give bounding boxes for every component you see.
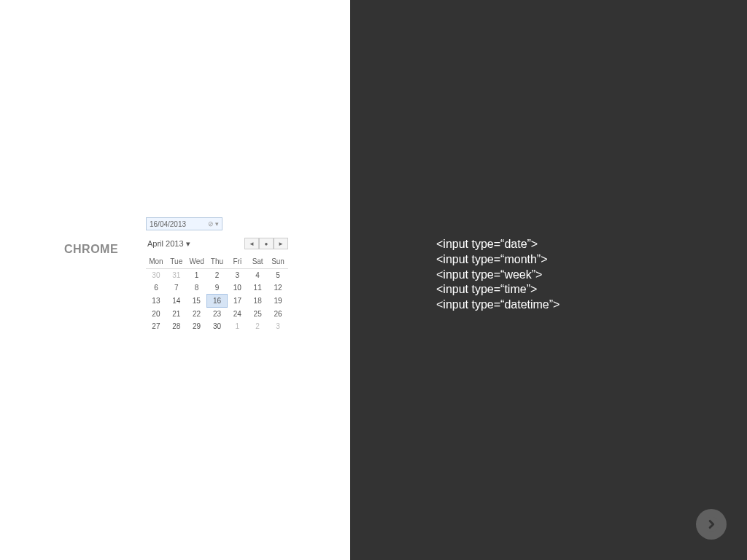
date-input-controls: ⊘ ▾ (208, 220, 219, 228)
calendar-weekday: Sat (247, 255, 268, 269)
left-panel: CHROME 16/04/2013 ⊘ ▾ April 2013 ▾ ◄ ● ►… (0, 0, 350, 560)
calendar-row: 6789101112 (146, 281, 288, 295)
calendar-day[interactable]: 26 (268, 308, 288, 321)
calendar-day[interactable]: 15 (187, 295, 207, 308)
calendar-day[interactable]: 20 (146, 308, 166, 321)
calendar-day[interactable]: 3 (268, 320, 288, 332)
date-picker-widget: 16/04/2013 ⊘ ▾ April 2013 ▾ ◄ ● ► MonTue… (146, 217, 288, 332)
calendar-day[interactable]: 2 (247, 320, 268, 332)
date-input-value: 16/04/2013 (150, 220, 208, 228)
calendar-day[interactable]: 1 (187, 269, 207, 282)
calendar-day[interactable]: 25 (247, 308, 268, 321)
calendar-day[interactable]: 21 (166, 308, 187, 321)
calendar-day[interactable]: 11 (247, 281, 268, 295)
calendar-day[interactable]: 19 (268, 295, 288, 308)
calendar-day[interactable]: 24 (227, 308, 247, 321)
calendar-today-button[interactable]: ● (259, 238, 274, 249)
calendar-weekday-row: MonTueWedThuFriSatSun (146, 255, 288, 269)
calendar-day[interactable]: 1 (227, 320, 247, 332)
calendar-weekday: Thu (207, 255, 228, 269)
right-panel: <input type=“date”> <input type=“month”>… (350, 0, 747, 560)
calendar-grid: MonTueWedThuFriSatSun 303112345678910111… (146, 255, 288, 332)
calendar-day[interactable]: 6 (146, 281, 166, 295)
calendar-day[interactable]: 9 (207, 281, 228, 295)
calendar-day[interactable]: 8 (187, 281, 207, 295)
calendar-day[interactable]: 18 (247, 295, 268, 308)
calendar-next-button[interactable]: ► (274, 238, 288, 249)
calendar-day[interactable]: 29 (187, 320, 207, 332)
calendar-day[interactable]: 5 (268, 269, 288, 282)
calendar-month-label[interactable]: April 2013 ▾ (146, 239, 244, 249)
calendar-day[interactable]: 17 (227, 295, 247, 308)
calendar-day[interactable]: 31 (166, 269, 187, 282)
calendar-day[interactable]: 13 (146, 295, 166, 308)
calendar-day[interactable]: 12 (268, 281, 288, 295)
calendar-header: April 2013 ▾ ◄ ● ► (146, 238, 288, 249)
calendar-day[interactable]: 30 (146, 269, 166, 282)
next-slide-button[interactable] (696, 509, 727, 540)
calendar-day[interactable]: 30 (207, 320, 228, 332)
calendar-day[interactable]: 14 (166, 295, 187, 308)
calendar-day[interactable]: 4 (247, 269, 268, 282)
calendar-day[interactable]: 23 (207, 308, 228, 321)
calendar-day[interactable]: 28 (166, 320, 187, 332)
dropdown-icon[interactable]: ▾ (215, 220, 219, 228)
calendar-weekday: Sun (268, 255, 288, 269)
calendar-nav: ◄ ● ► (244, 238, 288, 249)
calendar-day[interactable]: 22 (187, 308, 207, 321)
calendar-day[interactable]: 7 (166, 281, 187, 295)
calendar-weekday: Tue (166, 255, 187, 269)
calendar-weekday: Fri (227, 255, 247, 269)
calendar-row: 20212223242526 (146, 308, 288, 321)
calendar-day[interactable]: 27 (146, 320, 166, 332)
calendar-day[interactable]: 2 (207, 269, 228, 282)
calendar-day[interactable]: 16 (207, 295, 228, 308)
calendar-weekday: Mon (146, 255, 166, 269)
calendar-row: 303112345 (146, 269, 288, 282)
arrow-right-icon (703, 516, 719, 532)
calendar-day[interactable]: 3 (227, 269, 247, 282)
calendar-body: 3031123456789101112131415161718192021222… (146, 269, 288, 333)
calendar-row: 27282930123 (146, 320, 288, 332)
svg-point-0 (704, 517, 719, 532)
spinner-icon[interactable]: ⊘ (208, 220, 214, 228)
calendar-weekday: Wed (187, 255, 207, 269)
calendar-row: 13141516171819 (146, 295, 288, 308)
calendar-day[interactable]: 10 (227, 281, 247, 295)
calendar-prev-button[interactable]: ◄ (244, 238, 259, 249)
code-snippet: <input type=“date”> <input type=“month”>… (436, 237, 560, 313)
date-input[interactable]: 16/04/2013 ⊘ ▾ (146, 217, 222, 230)
browser-label: CHROME (64, 243, 118, 256)
